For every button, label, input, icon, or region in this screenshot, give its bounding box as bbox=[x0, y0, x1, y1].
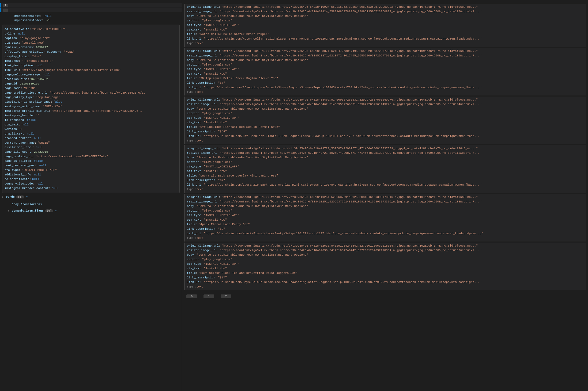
card1-type-label: type : bbox=[187, 90, 197, 94]
card2-cta-text-key: cta_text bbox=[187, 121, 201, 125]
instance-val: "{{product.name}}" bbox=[21, 59, 53, 63]
bottom-index-0[interactable]: 0 bbox=[186, 294, 197, 298]
cta-text2-key: cta_text bbox=[5, 123, 19, 127]
card0-type-row: type : text bbox=[187, 41, 584, 46]
byline-key: byline bbox=[5, 32, 15, 36]
cards-section-header[interactable]: cards (6) ∞ bbox=[0, 194, 182, 200]
card3-cta-text-val: "Install Now" bbox=[204, 169, 227, 173]
card5-body-val: "Born to Be Fashionable\nBe Your Own Sty… bbox=[197, 253, 308, 257]
card5-type-label: type : bbox=[187, 285, 197, 289]
version-val: 3 bbox=[20, 127, 22, 131]
ec-cert-val: null bbox=[32, 177, 39, 181]
card2-type-label: type : bbox=[187, 139, 197, 143]
card3-original-image-val: "https://scontent-lga3-1.xx.fbcdn.net/v/… bbox=[221, 147, 478, 151]
page-name-val: "SHEIN" bbox=[23, 86, 36, 90]
card2-body-key: body bbox=[187, 107, 194, 111]
card3-cta-type-key: cta_type bbox=[187, 165, 201, 169]
card5-body-key: body bbox=[187, 253, 194, 257]
card4-cta-text-key: cta_text bbox=[187, 218, 201, 222]
bottom-index-2[interactable]: 2 bbox=[221, 294, 231, 298]
impressions-index-val: -1 bbox=[46, 19, 50, 22]
root-reshared-val: null bbox=[39, 164, 46, 168]
card3-body-val: "Born to Be Fashionable\nBe Your Own Sty… bbox=[197, 156, 308, 160]
byline-val: null bbox=[18, 32, 25, 36]
is-reshared-val: false bbox=[27, 118, 36, 122]
dynamic-flags-section[interactable]: dynamic_item_flags (6) ∞ bbox=[0, 208, 182, 213]
card3-title-row: title: "Lucra Zip Back Lace Overlay Mini… bbox=[187, 174, 584, 178]
card1-body-val: "Born to Be Fashionable\nBe Your Own Sty… bbox=[197, 58, 308, 62]
creation-time-val: 1670245752 bbox=[30, 77, 48, 81]
card1-type-row: type : text bbox=[187, 90, 584, 94]
brazil-text-key: brazil_text bbox=[5, 132, 24, 136]
insta-branded-key: instagram_branded_content bbox=[5, 186, 49, 190]
card5-cta-type-row: cta_type: "INSTALL_MOBILE_APP" bbox=[187, 262, 584, 266]
card2-link-desc-row: link_description: "$54" bbox=[187, 129, 584, 134]
card0-type-val: text bbox=[197, 41, 203, 45]
current-page-name-val: "SHEIN" bbox=[37, 141, 50, 145]
link-url-val: "http://play.google.com/store/apps/detai… bbox=[21, 68, 120, 72]
body-translations-section[interactable]: body_translations bbox=[0, 202, 182, 207]
link-desc-key: link_description bbox=[5, 64, 33, 68]
card2-cta-type-row: cta_type: "INSTALL_MOBILE_APP" bbox=[187, 116, 584, 120]
cards-arrow[interactable] bbox=[2, 195, 6, 198]
page-welcome-row: page_welcome_message: null bbox=[5, 72, 177, 77]
card0-caption-val: "play.google.com" bbox=[202, 19, 232, 23]
additional-info-key: additional_info bbox=[5, 173, 31, 177]
card2-cta-type-key: cta_type bbox=[187, 116, 201, 120]
index-badge-1[interactable]: 1 bbox=[3, 4, 8, 7]
insta-profile-pic-row: instagram_profile_pic_url: "https://scon… bbox=[5, 109, 177, 113]
card4-resized-image-key: resized_image_url bbox=[187, 200, 217, 204]
card4-link-url-val: "https://us.shein.com/4pack-Floral-Lace-… bbox=[204, 232, 483, 236]
card1-caption-key: caption bbox=[187, 63, 199, 67]
card4-caption-val: "play.google.com" bbox=[202, 209, 232, 213]
card5-resized-image-key: resized_image_url bbox=[187, 248, 217, 252]
root-reshared-row: root_reshared_post: null bbox=[5, 163, 177, 168]
card0-cta-text-val: "Install Now" bbox=[204, 28, 227, 32]
card4-cta-text-val: "Install Now" bbox=[204, 218, 227, 222]
card1-cta-type-key: cta_type bbox=[187, 67, 201, 71]
link-url-row: link_url: "http://play.google.com/store/… bbox=[5, 68, 177, 72]
card5-caption-key: caption bbox=[187, 258, 199, 262]
card0-link-url-row: link_url: "https://us.shein.com/Notch-Co… bbox=[187, 37, 584, 41]
card5-resized-image-val: "https://scontent-lga3-1.xx.fbcdn.net/v/… bbox=[220, 248, 481, 252]
card0-title-row: title: "Notch Collar Solid Blazer Skort … bbox=[187, 32, 584, 37]
card5-cta-text-key: cta_text bbox=[187, 267, 201, 271]
brazil-text-val: null bbox=[27, 132, 34, 136]
insta-branded-val: null bbox=[52, 186, 59, 190]
caption-row: caption: "play.google.com" bbox=[5, 36, 177, 41]
link-desc-row: link_description: null bbox=[5, 63, 177, 68]
page-entity-type-key: page_entity_type bbox=[5, 95, 33, 99]
card5-original-image-row: original_image_url: "https://scontent-lg… bbox=[187, 244, 584, 248]
card2-original-image-key: original_image_url bbox=[187, 98, 219, 102]
card1-body-key: body bbox=[187, 58, 194, 62]
instance-key: instance bbox=[5, 59, 19, 63]
display-format-key: display_format bbox=[5, 55, 29, 59]
card5-type-row: type : text bbox=[187, 285, 584, 289]
card0-cta-type-key: cta_type bbox=[187, 23, 201, 27]
card1-link-url-row: link_url: "https://us.shein.com/3D-Appli… bbox=[187, 85, 584, 90]
card0-original-image-row: original_image_url: "https://scontent-lg… bbox=[187, 5, 584, 9]
card-item-0: original_image_url: "https://scontent-lg… bbox=[184, 4, 586, 47]
dynamic-versions-val: 1059717 bbox=[36, 45, 48, 49]
page-profile-pic-key: page_profile_picture_url bbox=[5, 91, 47, 95]
card0-body-row: body: "Born to Be Fashionable\nBe Your O… bbox=[187, 14, 584, 18]
dynamic-flags-arrow[interactable] bbox=[8, 209, 12, 212]
card1-cta-text-row: cta_text: "Install Now" bbox=[187, 72, 584, 76]
card4-type-val: text bbox=[197, 236, 203, 240]
card1-resized-image-val: "https://scontent-lga3-1.xx.fbcdn.net/v/… bbox=[220, 54, 481, 58]
card0-caption-key: caption bbox=[187, 19, 199, 23]
page-name-key: page_name bbox=[5, 86, 20, 90]
card2-title-val: "Off Shoulder Fishtail Hem Sequin Formal… bbox=[199, 125, 280, 129]
cta-text-row: cta_text: "Install Now" bbox=[5, 41, 177, 45]
card0-body-val: "Born to Be Fashionable\nBe Your Own Sty… bbox=[197, 14, 308, 18]
bottom-index-1[interactable]: 1 bbox=[203, 294, 214, 298]
cards-link[interactable]: ∞ bbox=[26, 195, 28, 198]
dynamic-flags-link[interactable]: ∞ bbox=[55, 209, 56, 212]
index-row-0[interactable]: 0 bbox=[0, 8, 182, 12]
index-badge-0[interactable]: 0 bbox=[3, 9, 8, 12]
card-item-5: original_image_url: "https://scontent-lg… bbox=[184, 243, 586, 290]
index-row-1[interactable]: 1 bbox=[0, 3, 182, 7]
card1-cta-text-key: cta_text bbox=[187, 72, 201, 76]
country-iso-key: country_iso_code bbox=[5, 182, 33, 186]
caption-val: "play.google.com" bbox=[20, 36, 50, 40]
